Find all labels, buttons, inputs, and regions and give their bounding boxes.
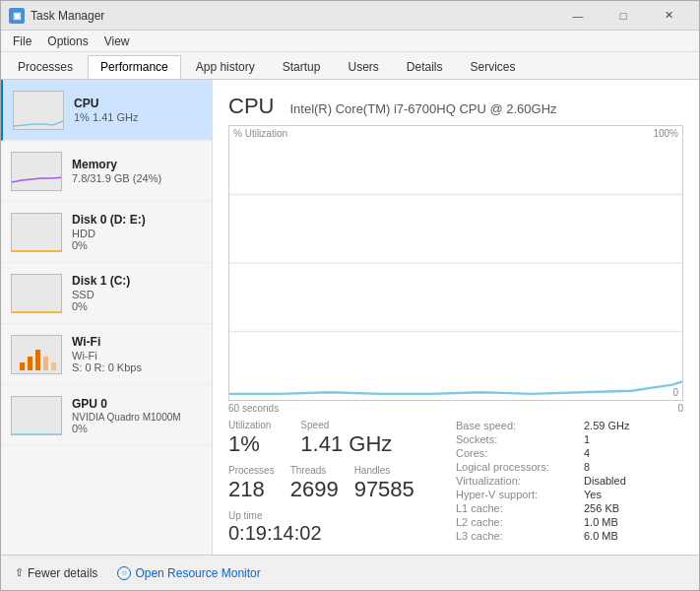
disk1-name: Disk 1 (C:) <box>72 274 202 288</box>
base-speed-value: 2.59 GHz <box>584 420 629 431</box>
title-bar-controls: — □ ✕ <box>555 1 691 31</box>
svg-rect-0 <box>12 153 62 191</box>
cpu-detail-model: Intel(R) Core(TM) i7-6700HQ CPU @ 2.60GH… <box>289 101 556 116</box>
chevron-up-icon: ⇧ <box>15 566 24 579</box>
hyperv-label: Hyper-V support: <box>456 489 584 500</box>
chart-max-label: 100% <box>653 128 678 139</box>
sockets-value: 1 <box>584 433 590 445</box>
tab-app-history[interactable]: App history <box>183 55 268 79</box>
disk0-stat: 0% <box>72 239 202 251</box>
device-list: CPU 1% 1.41 GHz Memory 7.8/31.9 GB (24%) <box>1 80 213 555</box>
cpu-usage: 1% 1.41 GHz <box>74 111 202 123</box>
l1-value: 256 KB <box>584 502 619 514</box>
memory-usage: 7.8/31.9 GB (24%) <box>72 172 202 184</box>
tab-services[interactable]: Services <box>458 55 529 79</box>
utilization-label: Utilization <box>228 420 271 430</box>
disk0-info: Disk 0 (D: E:) HDD 0% <box>72 213 202 251</box>
menu-view[interactable]: View <box>96 33 138 50</box>
info-logical: Logical processors: 8 <box>456 461 683 473</box>
close-button[interactable]: ✕ <box>646 1 691 31</box>
disk0-thumbnail <box>11 213 62 252</box>
tab-performance[interactable]: Performance <box>88 55 181 79</box>
open-resource-monitor-link[interactable]: ○ Open Resource Monitor <box>117 566 260 580</box>
wifi-info: Wi-Fi Wi-Fi S: 0 R: 0 Kbps <box>72 335 202 373</box>
tab-details[interactable]: Details <box>394 55 456 79</box>
device-item-wifi[interactable]: Wi-Fi Wi-Fi S: 0 R: 0 Kbps <box>1 324 212 385</box>
cpu-detail-panel: CPU Intel(R) Core(TM) i7-6700HQ CPU @ 2.… <box>213 80 699 555</box>
details-right: Base speed: 2.59 GHz Sockets: 1 Cores: 4 <box>456 420 683 545</box>
virtualization-label: Virtualization: <box>456 475 584 487</box>
disk0-thumb-chart <box>12 214 62 252</box>
processes-value: 218 <box>228 477 275 502</box>
gpu-stat: 0% <box>72 423 202 434</box>
minimize-button[interactable]: — <box>555 1 601 31</box>
device-item-disk0[interactable]: Disk 0 (D: E:) HDD 0% <box>1 202 212 263</box>
threads-value: 2699 <box>290 477 339 502</box>
disk0-type: HDD <box>72 228 202 239</box>
globe-icon: ○ <box>117 566 131 580</box>
threads-label: Threads <box>290 465 339 476</box>
wifi-thumbnail <box>11 335 62 374</box>
memory-info: Memory 7.8/31.9 GB (24%) <box>72 158 202 184</box>
device-item-disk1[interactable]: Disk 1 (C:) SSD 0% <box>1 263 212 324</box>
mem-thumb-chart <box>12 153 62 191</box>
gpu-name: GPU 0 <box>72 397 202 411</box>
chart-min-label: 0 <box>672 387 678 398</box>
cores-value: 4 <box>584 447 590 459</box>
info-hyperv: Hyper-V support: Yes <box>456 489 683 500</box>
open-resource-monitor-label: Open Resource Monitor <box>135 566 260 580</box>
info-l1: L1 cache: 256 KB <box>456 502 683 514</box>
handles-value: 97585 <box>354 477 414 502</box>
processes-group: Processes 218 <box>228 465 275 502</box>
chart-time-right: 0 <box>677 403 683 414</box>
menu-options[interactable]: Options <box>39 33 95 50</box>
hyperv-value: Yes <box>584 489 602 500</box>
wifi-thumb-chart <box>12 335 61 374</box>
memory-name: Memory <box>72 158 202 171</box>
speed-label: Speed <box>300 420 392 430</box>
chart-utilization-label: % Utilization <box>233 128 287 139</box>
task-manager-window: ▣ Task Manager — □ ✕ File Options View P… <box>0 0 700 591</box>
menu-file[interactable]: File <box>5 33 39 50</box>
disk1-stat: 0% <box>72 300 202 312</box>
base-speed-label: Base speed: <box>456 420 584 431</box>
device-item-cpu[interactable]: CPU 1% 1.41 GHz <box>1 80 212 141</box>
cpu-name: CPU <box>74 97 202 110</box>
tab-users[interactable]: Users <box>335 55 391 79</box>
logical-value: 8 <box>584 461 590 473</box>
chart-time-bar: 60 seconds 0 <box>228 403 683 414</box>
disk1-thumbnail <box>11 274 62 313</box>
logical-label: Logical processors: <box>456 461 584 473</box>
maximize-button[interactable]: □ <box>601 1 646 31</box>
cpu-chart-svg <box>229 126 682 400</box>
gpu-info: GPU 0 NVIDIA Quadro M1000M 0% <box>72 397 202 434</box>
window-title: Task Manager <box>31 9 555 23</box>
cpu-header: CPU Intel(R) Core(TM) i7-6700HQ CPU @ 2.… <box>228 94 683 119</box>
handles-label: Handles <box>354 465 414 476</box>
l2-value: 1.0 MB <box>584 516 618 528</box>
fewer-details-button[interactable]: ⇧ Fewer details <box>11 564 101 582</box>
virtualization-value: Disabled <box>584 475 626 487</box>
l3-value: 6.0 MB <box>584 530 618 542</box>
handles-group: Handles 97585 <box>354 465 414 502</box>
gpu-thumb-chart <box>12 397 62 435</box>
details-left: Utilization 1% Speed 1.41 GHz Processes … <box>228 420 456 545</box>
cpu-utilization-chart: % Utilization 100% 0 <box>228 125 683 401</box>
svg-rect-5 <box>28 357 32 370</box>
tab-startup[interactable]: Startup <box>270 55 334 79</box>
gpu-model: NVIDIA Quadro M1000M <box>72 412 202 423</box>
info-base-speed: Base speed: 2.59 GHz <box>456 420 683 431</box>
speed-group: Speed 1.41 GHz <box>300 420 392 457</box>
cpu-info: CPU 1% 1.41 GHz <box>74 97 202 123</box>
l3-label: L3 cache: <box>456 530 584 542</box>
device-item-gpu[interactable]: GPU 0 NVIDIA Quadro M1000M 0% <box>1 385 212 446</box>
utilization-value: 1% <box>228 431 271 457</box>
tab-processes[interactable]: Processes <box>5 55 86 79</box>
device-item-memory[interactable]: Memory 7.8/31.9 GB (24%) <box>1 141 212 202</box>
uptime-group: Up time 0:19:14:02 <box>228 510 456 545</box>
svg-rect-9 <box>12 397 62 435</box>
cpu-thumb-chart <box>14 92 64 130</box>
wifi-name: Wi-Fi <box>72 335 202 349</box>
l1-label: L1 cache: <box>456 502 584 514</box>
info-sockets: Sockets: 1 <box>456 433 683 445</box>
